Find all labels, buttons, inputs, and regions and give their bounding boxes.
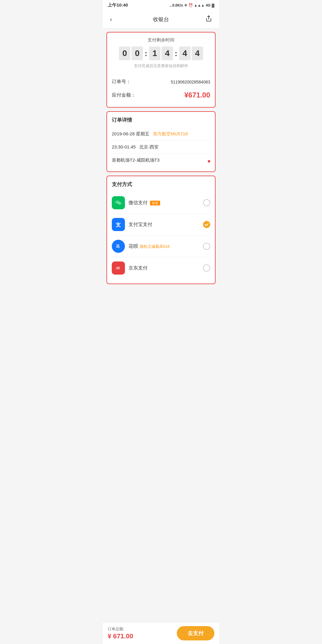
digit-1: 0 — [131, 47, 143, 60]
alipay-option[interactable]: 支 支付宝支付 — [112, 214, 210, 236]
payment-card: 支付方式 微信支付推荐 支 支付宝支付 — [106, 176, 216, 284]
amount-label: 应付金额： — [112, 92, 136, 98]
huabei-radio[interactable] — [203, 243, 210, 250]
flight-route: 北京-西安 — [139, 144, 159, 149]
jd-pay-option[interactable]: JD 京东支付 — [112, 257, 210, 279]
order-number-label: 订单号： — [112, 79, 131, 85]
sep-2: : — [175, 49, 177, 58]
digit-2: 1 — [149, 47, 160, 60]
wechat-radio[interactable] — [203, 199, 210, 206]
payment-title: 支付方式 — [112, 181, 210, 188]
back-button[interactable]: ‹ — [108, 15, 114, 24]
order-detail-title: 订单详情 — [112, 117, 210, 123]
flight-time: 23:30-01:45 — [112, 144, 136, 149]
order-detail-card: 订单详情 2019-06-28 星期五 东方航空MU5716 23:30-01:… — [106, 111, 216, 172]
amount-value: ¥671.00 — [184, 91, 210, 99]
huabei-icon: 花 — [112, 240, 125, 253]
alipay-radio[interactable] — [203, 221, 210, 228]
huabei-name: 花呗随机立减最高618 — [129, 243, 203, 250]
recommend-badge: 推荐 — [150, 201, 160, 205]
header: ‹ 收银台 — [103, 10, 219, 28]
alipay-name: 支付宝支付 — [129, 222, 203, 228]
network-type: 4G — [206, 3, 210, 7]
timer-note: 支付完成后注意查收短信和邮件 — [112, 63, 210, 69]
order-number-row: 订单号： 51190620028584083 — [112, 76, 210, 88]
digit-0: 0 — [119, 47, 130, 60]
svg-point-4 — [118, 202, 121, 205]
share-button[interactable] — [203, 14, 214, 24]
alipay-icon: 支 — [112, 218, 125, 231]
status-bar: 上午10:40 ...0.0K/s ✈ ⏰ ▲▲▲ 4G ▓ — [103, 0, 219, 10]
wechat-icon — [112, 196, 125, 209]
battery-icon: ▓ — [212, 3, 214, 7]
jd-pay-name: 京东支付 — [129, 265, 203, 271]
wechat-pay-option[interactable]: 微信支付推荐 — [112, 192, 210, 214]
digit-4: 4 — [179, 47, 191, 60]
wechat-pay-name: 微信支付推荐 — [129, 200, 203, 206]
timer-label: 支付剩余时间 — [112, 37, 210, 43]
airline-name: 东方航空MU5716 — [153, 131, 188, 136]
sep-1: : — [145, 49, 147, 58]
huabei-option[interactable]: 花 花呗随机立减最高618 — [112, 236, 210, 257]
alarm-icon: ⏰ — [188, 3, 193, 7]
terminal-row: 首都机场T2-咸阳机场T3 — [112, 154, 210, 167]
flight-date-row: 2019-06-28 星期五 东方航空MU5716 — [112, 128, 210, 141]
location-icon: ✈ — [184, 3, 187, 7]
svg-text:支: 支 — [115, 222, 121, 228]
terminal-info: 首都机场T2-咸阳机场T3 — [112, 157, 160, 162]
svg-point-5 — [119, 203, 120, 204]
svg-point-6 — [120, 203, 120, 204]
jd-icon: JD — [112, 261, 125, 275]
svg-text:花: 花 — [116, 244, 120, 248]
timer-digits: 0 0 : 1 4 : 4 4 — [112, 47, 210, 60]
signal-icon: ▲▲▲ — [194, 3, 205, 7]
jd-radio[interactable] — [203, 264, 210, 272]
red-dot — [208, 160, 210, 162]
svg-text:JD: JD — [116, 266, 120, 270]
status-time: 上午10:40 — [108, 2, 128, 8]
svg-point-2 — [116, 202, 117, 203]
page-title: 收银台 — [153, 16, 169, 23]
huabei-promo: 随机立减最高618 — [140, 244, 170, 249]
order-info: 订单号： 51190620028584083 应付金额： ¥671.00 — [112, 73, 210, 102]
flight-time-row: 23:30-01:45 北京-西安 — [112, 141, 210, 154]
digit-5: 4 — [192, 47, 203, 60]
order-amount-row: 应付金额： ¥671.00 — [112, 88, 210, 102]
timer-card: 支付剩余时间 0 0 : 1 4 : 4 4 支付完成后注意查收短信和邮件 订单… — [106, 32, 216, 108]
svg-point-3 — [118, 202, 119, 203]
order-number-value: 51190620028584083 — [171, 80, 210, 84]
digit-3: 4 — [162, 47, 173, 60]
network-speed: ...0.0K/s — [169, 3, 183, 7]
status-icons: ...0.0K/s ✈ ⏰ ▲▲▲ 4G ▓ — [169, 3, 214, 7]
flight-date: 2019-06-28 星期五 — [112, 131, 149, 136]
